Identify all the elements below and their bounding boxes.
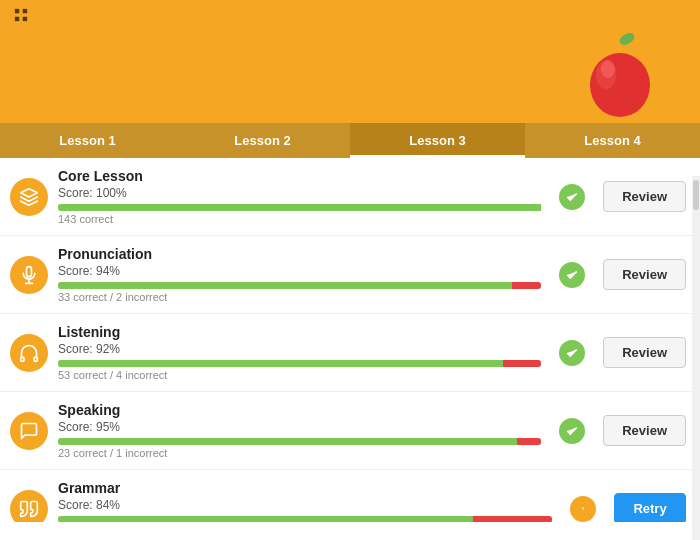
show-menu-button[interactable] (14, 8, 34, 25)
grid-icon (14, 8, 28, 25)
svg-rect-1 (23, 9, 27, 13)
score-text-speaking: Score: 95% (58, 420, 541, 434)
progress-bar-grammar (58, 516, 552, 522)
lesson-row-listening: ListeningScore: 92%53 correct / 4 incorr… (0, 314, 700, 392)
tab-lesson3[interactable]: Lesson 3 (350, 123, 525, 158)
status-icon-listening (559, 340, 585, 366)
status-icon-speaking (559, 418, 585, 444)
tab-lesson4[interactable]: Lesson 4 (525, 123, 700, 158)
lesson-name-listening: Listening (58, 324, 541, 340)
action-button-pronunciation[interactable]: Review (603, 259, 686, 290)
score-text-listening: Score: 92% (58, 342, 541, 356)
svg-point-4 (618, 33, 637, 47)
quote-icon (10, 490, 48, 523)
mic-icon (10, 256, 48, 294)
headphone-icon (10, 334, 48, 372)
lesson-tabs: Lesson 1Lesson 2Lesson 3Lesson 4 (0, 123, 700, 158)
layers-icon (10, 178, 48, 216)
progress-bar-listening (58, 360, 541, 367)
lesson-name-core-lesson: Core Lesson (58, 168, 541, 184)
lesson-row-grammar: GrammarScore: 84%44 correct / 8 incorrec… (0, 470, 700, 522)
status-icon-grammar (570, 496, 596, 522)
svg-rect-2 (15, 17, 19, 21)
lesson-info-pronunciation: PronunciationScore: 94%33 correct / 2 in… (58, 246, 541, 303)
header (0, 33, 700, 123)
svg-rect-0 (15, 9, 19, 13)
svg-rect-12 (34, 357, 37, 361)
correct-text-listening: 53 correct / 4 incorrect (58, 369, 541, 381)
lesson-info-core-lesson: Core LessonScore: 100%143 correct (58, 168, 541, 225)
lesson-row-pronunciation: PronunciationScore: 94%33 correct / 2 in… (0, 236, 700, 314)
status-icon-pronunciation (559, 262, 585, 288)
status-icon-core-lesson (559, 184, 585, 210)
progress-bar-pronunciation (58, 282, 541, 289)
score-text-grammar: Score: 84% (58, 498, 552, 512)
action-button-listening[interactable]: Review (603, 337, 686, 368)
correct-text-speaking: 23 correct / 1 incorrect (58, 447, 541, 459)
tab-lesson1[interactable]: Lesson 1 (0, 123, 175, 158)
lesson-info-grammar: GrammarScore: 84%44 correct / 8 incorrec… (58, 480, 552, 522)
lesson-name-pronunciation: Pronunciation (58, 246, 541, 262)
lesson-row-speaking: SpeakingScore: 95%23 correct / 1 incorre… (0, 392, 700, 470)
action-button-speaking[interactable]: Review (603, 415, 686, 446)
svg-point-7 (601, 60, 615, 78)
bubble-icon (10, 412, 48, 450)
svg-point-5 (590, 53, 650, 117)
action-button-core-lesson[interactable]: Review (603, 181, 686, 212)
action-button-grammar[interactable]: Retry (614, 493, 686, 522)
tab-lesson2[interactable]: Lesson 2 (175, 123, 350, 158)
svg-rect-11 (21, 357, 24, 361)
score-text-core-lesson: Score: 100% (58, 186, 541, 200)
lessons-content: Core LessonScore: 100%143 correctReviewP… (0, 158, 700, 522)
progress-bar-speaking (58, 438, 541, 445)
lesson-name-grammar: Grammar (58, 480, 552, 496)
progress-bar-core-lesson (58, 204, 541, 211)
apple-illustration (580, 33, 660, 123)
top-bar (0, 0, 700, 33)
lesson-row-core-lesson: Core LessonScore: 100%143 correctReview (0, 158, 700, 236)
scrollbar[interactable] (692, 176, 700, 540)
lesson-info-speaking: SpeakingScore: 95%23 correct / 1 incorre… (58, 402, 541, 459)
correct-text-core-lesson: 143 correct (58, 213, 541, 225)
svg-rect-8 (27, 266, 32, 276)
score-text-pronunciation: Score: 94% (58, 264, 541, 278)
svg-rect-3 (23, 17, 27, 21)
lesson-name-speaking: Speaking (58, 402, 541, 418)
lesson-info-listening: ListeningScore: 92%53 correct / 4 incorr… (58, 324, 541, 381)
correct-text-pronunciation: 33 correct / 2 incorrect (58, 291, 541, 303)
